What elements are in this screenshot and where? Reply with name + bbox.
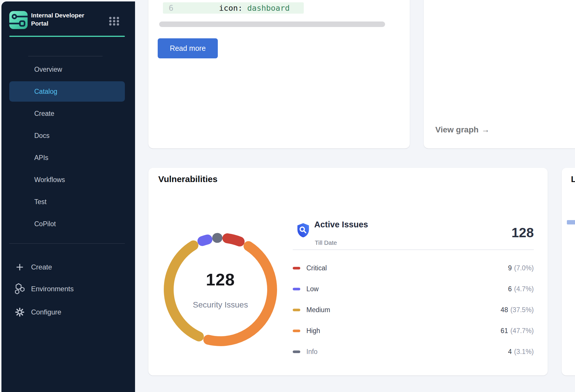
medium-color-pill <box>293 309 300 311</box>
sidebar-item-environments[interactable]: Environments <box>9 281 125 297</box>
low-color-pill <box>293 288 300 290</box>
code-line-number: 6 <box>163 3 182 12</box>
getting-started-card: 6 icon:dashboard Read more <box>148 0 410 148</box>
sidebar-item-apis[interactable]: APIs <box>9 148 125 168</box>
panel-divider <box>293 249 534 250</box>
sidebar-item-create[interactable]: Create <box>9 103 125 124</box>
card-title: Vulnerabilities <box>158 174 218 184</box>
sidebar-item-create-new[interactable]: Create <box>9 259 125 275</box>
sidebar-item-docs[interactable]: Docs <box>9 125 125 146</box>
sidebar-item-configure[interactable]: Configure <box>9 304 125 320</box>
sidebar-item-catalog[interactable]: Catalog <box>9 81 125 102</box>
clipped-chart-bar <box>567 220 575 224</box>
apps-grid-icon[interactable] <box>109 17 119 27</box>
active-issues-total: 128 <box>511 225 534 240</box>
legend-row-low: Low 6(4.7%) <box>293 278 534 299</box>
view-graph-link[interactable]: View graph→ <box>435 125 490 134</box>
legend-row-medium: Medium 48(37.5%) <box>293 299 534 320</box>
sidebar-divider-top <box>28 56 103 56</box>
hexagons-icon <box>13 283 26 295</box>
sidebar-item-overview[interactable]: Overview <box>9 59 125 80</box>
plus-icon <box>13 262 26 272</box>
horizontal-scrollbar[interactable] <box>159 21 385 27</box>
idp-logo-icon <box>9 11 28 29</box>
shield-search-icon <box>295 222 311 240</box>
legend-row-high: High 61(47.7%) <box>293 320 534 341</box>
app-title: Internal Developer Portal <box>31 11 96 28</box>
sidebar-divider-bottom <box>9 243 125 244</box>
donut-total-label: Security Issues <box>193 300 248 310</box>
app-window: Internal Developer Portal Overview Catal… <box>0 0 575 392</box>
arrow-right-icon: → <box>481 125 490 134</box>
legend-row-critical: Critical 9(7.0%) <box>293 258 534 278</box>
sidebar: Internal Developer Portal Overview Catal… <box>1 1 135 392</box>
clipped-card-title: L <box>571 174 575 184</box>
critical-color-pill <box>293 267 300 269</box>
clipped-right-card: L <box>562 168 575 375</box>
sidebar-item-workflows[interactable]: Workflows <box>9 170 125 190</box>
sidebar-item-copilot[interactable]: CoPilot <box>9 214 125 234</box>
legend-row-info: Info 4(3.1%) <box>293 341 534 362</box>
info-color-pill <box>293 350 300 353</box>
donut-total-value: 128 <box>206 270 235 289</box>
graph-card: View graph→ <box>424 0 575 148</box>
sidebar-accent-rule <box>9 36 125 37</box>
sidebar-item-test[interactable]: Test <box>9 192 125 212</box>
code-line-6: 6 icon:dashboard <box>163 2 304 14</box>
high-color-pill <box>293 330 300 332</box>
gear-icon <box>13 306 26 318</box>
code-text: icon:dashboard <box>219 3 290 12</box>
active-issues-title: Active Issues <box>314 220 368 229</box>
read-more-button[interactable]: Read more <box>158 38 218 58</box>
donut-center-text: 128 Security Issues <box>159 229 281 350</box>
vulnerabilities-card: Vulnerabilities 128 Security Issues <box>148 168 548 375</box>
active-issues-subtitle: Till Date <box>315 239 337 246</box>
sidebar-nav: Overview Catalog Create Docs APIs Workfl… <box>9 59 125 236</box>
severity-legend: Critical 9(7.0%) Low 6(4.7%) Medium 48(3… <box>293 258 534 362</box>
